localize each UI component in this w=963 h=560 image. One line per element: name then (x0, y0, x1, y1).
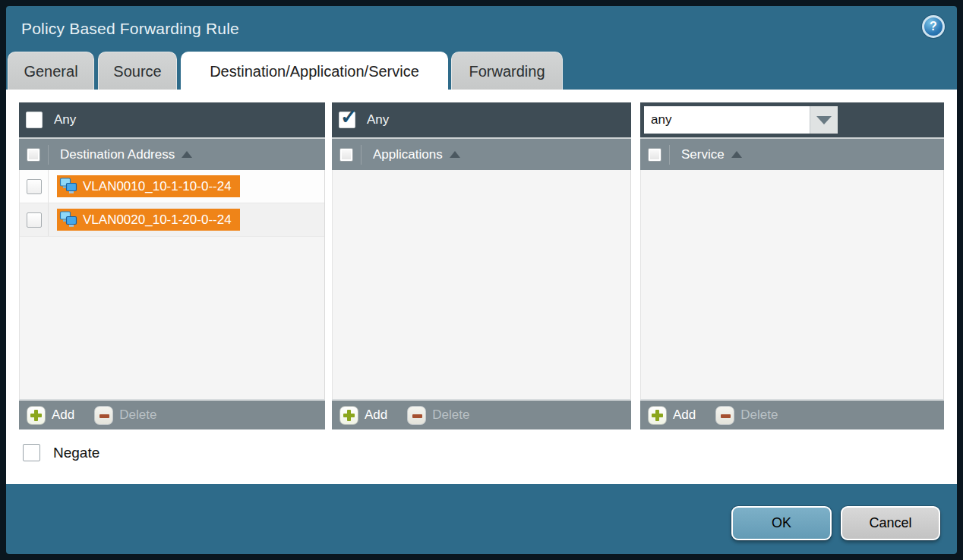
address-object-label: VLAN0010_10-1-10-0--24 (83, 179, 232, 194)
header-divider (669, 145, 670, 165)
service-list (640, 170, 944, 399)
header-divider (361, 145, 362, 165)
destination-any-bar: Any (19, 102, 325, 137)
tab-general[interactable]: General (8, 52, 94, 90)
sort-ascending-icon (450, 151, 460, 158)
title-bar: Policy Based Forwarding Rule ? (6, 6, 957, 52)
service-delete-button[interactable]: Delete (715, 406, 778, 425)
negate-label: Negate (53, 445, 99, 461)
cancel-button[interactable]: Cancel (841, 506, 940, 540)
applications-list (332, 170, 631, 399)
header-divider (48, 145, 49, 165)
service-panel: any Service (640, 102, 944, 429)
service-dropdown: any (644, 106, 838, 134)
destination-row-vlan0020[interactable]: VLAN0020_10-1-20-0--24 (20, 203, 324, 237)
applications-column-header: Applications (332, 137, 631, 170)
destination-delete-button[interactable]: Delete (94, 406, 156, 425)
negate-option: Negate (23, 444, 99, 461)
service-dropdown-bar: any (640, 102, 944, 137)
delete-minus-icon (715, 406, 734, 425)
destination-any-label: Any (54, 112, 76, 127)
applications-any-label: Any (367, 112, 389, 127)
tab-content-panel: Any Destination Address (6, 90, 957, 484)
destination-list: VLAN0010_10-1-10-0--24 VLAN (19, 170, 325, 399)
address-object-chip[interactable]: VLAN0020_10-1-20-0--24 (57, 209, 240, 231)
dialog-title: Policy Based Forwarding Rule (21, 6, 239, 52)
add-button-label: Add (673, 407, 696, 423)
tab-bar: General Source Destination/Application/S… (8, 52, 563, 90)
applications-sort-control[interactable]: Applications (373, 147, 460, 162)
ok-button[interactable]: OK (731, 506, 832, 540)
service-sort-control[interactable]: Service (681, 147, 742, 162)
service-add-button[interactable]: Add (648, 406, 696, 425)
applications-delete-button[interactable]: Delete (407, 406, 469, 425)
row-checkbox[interactable] (27, 212, 42, 228)
applications-any-bar: ✓ Any (332, 102, 631, 137)
add-button-label: Add (52, 407, 74, 423)
tab-forwarding[interactable]: Forwarding (451, 52, 563, 90)
delete-button-label: Delete (119, 407, 156, 423)
help-icon[interactable]: ? (922, 15, 945, 38)
delete-button-label: Delete (432, 407, 469, 423)
delete-minus-icon (407, 406, 426, 425)
delete-button-label: Delete (740, 407, 778, 423)
address-object-label: VLAN0020_10-1-20-0--24 (83, 212, 232, 228)
applications-header-label: Applications (373, 147, 443, 162)
service-footer-bar: Add Delete (640, 399, 944, 429)
destination-row-vlan0010[interactable]: VLAN0010_10-1-10-0--24 (20, 170, 324, 203)
destination-select-all-checkbox[interactable] (27, 148, 40, 162)
network-address-icon (59, 211, 78, 228)
tab-source[interactable]: Source (98, 52, 177, 90)
row-checkbox[interactable] (27, 179, 42, 194)
service-header-label: Service (681, 147, 725, 162)
applications-footer-bar: Add Delete (332, 399, 631, 429)
destination-header-label: Destination Address (60, 147, 175, 162)
add-plus-icon (648, 406, 667, 425)
applications-select-all-checkbox[interactable] (339, 148, 353, 162)
policy-based-forwarding-rule-dialog: Policy Based Forwarding Rule ? General S… (6, 6, 957, 554)
network-address-icon (59, 178, 78, 195)
applications-panel: ✓ Any Applications Add (332, 102, 631, 429)
sort-ascending-icon (731, 151, 742, 158)
destination-add-button[interactable]: Add (27, 406, 74, 425)
service-select-all-checkbox[interactable] (648, 148, 661, 162)
add-plus-icon (27, 406, 46, 425)
destination-sort-control[interactable]: Destination Address (60, 147, 192, 162)
destination-any-checkbox[interactable] (26, 112, 43, 128)
address-object-chip[interactable]: VLAN0010_10-1-10-0--24 (57, 175, 240, 197)
screen: Policy Based Forwarding Rule ? General S… (0, 0, 963, 560)
service-column-header: Service (640, 137, 944, 170)
destination-footer-bar: Add Delete (19, 399, 325, 429)
delete-minus-icon (94, 406, 113, 425)
add-plus-icon (339, 406, 358, 425)
service-dropdown-value[interactable]: any (644, 106, 810, 134)
negate-checkbox[interactable] (23, 444, 40, 461)
service-dropdown-button[interactable] (810, 106, 838, 134)
destination-column-header: Destination Address (19, 137, 325, 170)
applications-any-checkbox[interactable]: ✓ (339, 112, 355, 128)
dropdown-arrow-icon (816, 116, 832, 124)
checkmark-icon: ✓ (340, 107, 358, 127)
applications-add-button[interactable]: Add (339, 406, 387, 425)
sort-ascending-icon (182, 151, 192, 158)
tab-destination-application-service[interactable]: Destination/Application/Service (181, 52, 448, 90)
add-button-label: Add (365, 407, 387, 423)
destination-address-panel: Any Destination Address (19, 102, 325, 429)
